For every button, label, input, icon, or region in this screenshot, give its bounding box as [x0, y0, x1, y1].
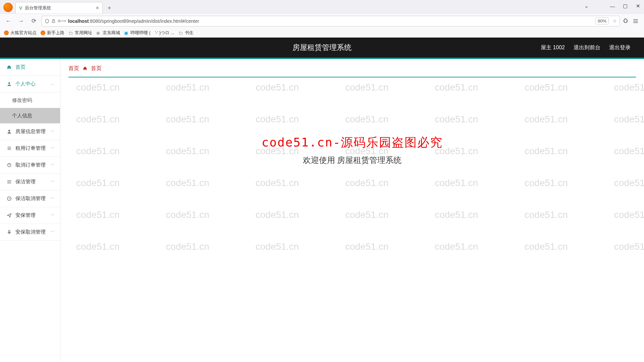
url-text: localhost:8080/springboot89nep/admin/dis… [68, 18, 593, 24]
bookmark-item[interactable]: ▣哔哩哔哩 ( '-' )つロ ... [124, 30, 174, 36]
sidebar-personal-info[interactable]: 个人信息 [0, 108, 60, 123]
app-header: 房屋租赁管理系统 屋主 1002 退出到前台 退出登录 [0, 38, 644, 59]
close-tab-icon[interactable]: × [96, 5, 99, 11]
maximize-icon[interactable]: ▢ [622, 3, 629, 9]
tab-title: 后台管理系统 [25, 5, 93, 11]
forward-button[interactable]: → [16, 16, 26, 26]
close-window-icon[interactable]: ✕ [635, 3, 641, 9]
bookmark-item[interactable]: ⊕京东商城 [96, 30, 120, 36]
firefox-icon [41, 31, 45, 35]
sidebar-cancel-order[interactable]: 取消订单管理 ﹀ [0, 157, 60, 174]
chevron-down-icon: ﹀ [51, 213, 55, 218]
breadcrumb: 首页 首页 [68, 65, 636, 77]
lock-icon [51, 19, 56, 23]
send-icon [6, 213, 12, 218]
sidebar-security[interactable]: 安保管理 ﹀ [0, 207, 60, 224]
sidebar-item-label: 保洁管理 [15, 179, 36, 185]
permission-icon: ⊖⟿ [58, 19, 66, 23]
sidebar-item-label: 修改密码 [12, 97, 32, 104]
bookmark-item[interactable]: 火狐官方站点 [4, 30, 37, 36]
zoom-indicator[interactable]: 90% [595, 17, 609, 24]
firefox-icon [3, 3, 13, 12]
bookmark-bar: 火狐官方站点 新手上路 🗀常用网址 ⊕京东商城 ▣哔哩哔哩 ( '-' )つロ … [0, 28, 644, 38]
exit-to-front-button[interactable]: 退出到前台 [574, 44, 600, 51]
minimize-icon[interactable]: — [609, 3, 616, 9]
sidebar-home[interactable]: 首页 [0, 59, 60, 76]
tabs-dropdown-icon[interactable]: ⌄ [583, 3, 590, 9]
chevron-down-icon: ﹀ [51, 129, 55, 134]
sidebar-item-label: 保洁取消管理 [15, 195, 46, 202]
url-bar[interactable]: ⊖⟿ localhost:8080/springboot89nep/admin/… [42, 16, 620, 26]
chevron-down-icon: ﹀ [51, 145, 55, 151]
app-title: 房屋租赁管理系统 [292, 43, 352, 53]
svg-rect-15 [8, 230, 10, 233]
svg-rect-0 [52, 21, 55, 22]
bookmark-item[interactable]: 🗀书生 [178, 30, 194, 36]
logout-button[interactable]: 退出登录 [609, 44, 631, 51]
browser-tab[interactable]: V 后台管理系统 × [15, 2, 103, 13]
sidebar-item-label: 安保管理 [15, 212, 36, 219]
chevron-down-icon: ﹀ [51, 229, 55, 235]
chevron-up-icon: ︿ [51, 81, 55, 87]
chevron-down-icon: ﹀ [51, 179, 55, 185]
sidebar-item-label: 安保取消管理 [15, 229, 46, 235]
nav-bar: ← → ⟳ ⊖⟿ localhost:8080/springboot89nep/… [0, 13, 644, 28]
menu-icon [6, 179, 12, 184]
welcome-text: 欢迎使用 房屋租赁管理系统 [303, 155, 401, 166]
jd-icon: ⊕ [96, 31, 101, 35]
shield-icon [45, 19, 49, 23]
chevron-down-icon: ﹀ [51, 196, 55, 201]
bookmark-item[interactable]: 新手上路 [41, 30, 64, 36]
firefox-icon [4, 31, 9, 35]
sidebar-item-label: 首页 [15, 64, 25, 70]
bilibili-icon: ▣ [124, 31, 129, 35]
sidebar-change-password[interactable]: 修改密码 [0, 93, 60, 108]
mic-icon [6, 230, 12, 235]
svg-point-5 [8, 130, 10, 132]
bookmark-star-icon[interactable]: ☆ [613, 18, 617, 23]
sidebar-cleaning[interactable]: 保洁管理 ﹀ [0, 174, 60, 190]
new-tab-button[interactable]: + [105, 3, 114, 13]
person-icon [6, 81, 12, 86]
power-icon [6, 163, 12, 168]
chevron-down-icon: ﹀ [51, 162, 55, 168]
tab-bar: V 后台管理系统 × + ⌄ — ▢ ✕ [0, 0, 644, 13]
app-body: 首页 个人中心 ︿ 修改密码 个人信息 房屋信息管理 ﹀ 租用订单管理 ﹀ 取消… [0, 59, 644, 361]
sidebar-personal-center[interactable]: 个人中心 ︿ [0, 76, 60, 93]
sidebar-item-label: 个人中心 [15, 81, 36, 87]
sidebar-house-info[interactable]: 房屋信息管理 ﹀ [0, 123, 60, 140]
sidebar-security-cancel[interactable]: 安保取消管理 ﹀ [0, 224, 60, 241]
sidebar-rent-order[interactable]: 租用订单管理 ﹀ [0, 140, 60, 157]
reload-button[interactable]: ⟳ [29, 16, 39, 26]
sidebar-item-label: 个人信息 [12, 113, 32, 119]
folder-icon: 🗀 [178, 31, 183, 35]
person-icon [6, 129, 12, 134]
sidebar-item-label: 取消订单管理 [15, 162, 46, 168]
list-icon [6, 146, 12, 151]
sidebar-item-label: 房屋信息管理 [15, 128, 46, 135]
svg-point-4 [8, 82, 10, 84]
sidebar-item-label: 租用订单管理 [15, 145, 46, 152]
user-label[interactable]: 屋主 1002 [541, 44, 565, 51]
clock-icon [6, 196, 12, 201]
sidebar: 首页 个人中心 ︿ 修改密码 个人信息 房屋信息管理 ﹀ 租用订单管理 ﹀ 取消… [0, 59, 60, 361]
extensions-icon[interactable] [623, 18, 629, 24]
folder-icon: 🗀 [68, 31, 73, 35]
home-icon [6, 65, 12, 70]
content-area: 首页 首页 code51.cn-源码乐园盗图必究 欢迎使用 房屋租赁管理系统 [60, 59, 644, 361]
home-icon [83, 66, 88, 71]
main-area: code51.cn-源码乐园盗图必究 欢迎使用 房屋租赁管理系统 [68, 77, 636, 166]
breadcrumb-second[interactable]: 首页 [91, 65, 102, 72]
bookmark-item[interactable]: 🗀常用网址 [68, 30, 92, 36]
app-menu-icon[interactable] [633, 18, 639, 24]
back-button[interactable]: ← [3, 16, 13, 26]
watermark-banner: code51.cn-源码乐园盗图必究 [262, 134, 443, 151]
browser-chrome: V 后台管理系统 × + ⌄ — ▢ ✕ ← → ⟳ ⊖⟿ localhost:… [0, 0, 644, 38]
vue-icon: V [19, 5, 22, 11]
sidebar-cleaning-cancel[interactable]: 保洁取消管理 ﹀ [0, 190, 60, 207]
breadcrumb-first[interactable]: 首页 [68, 65, 79, 72]
